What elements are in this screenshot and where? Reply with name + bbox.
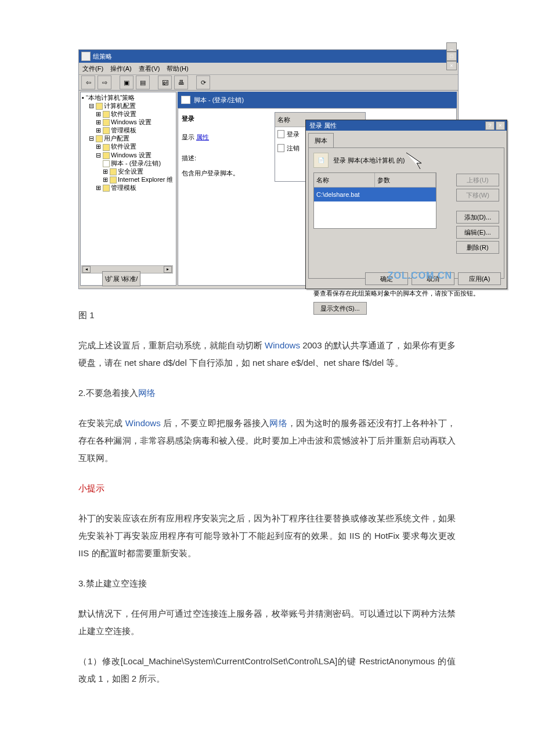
dialog-help-button[interactable]: ?: [485, 121, 495, 130]
forward-button[interactable]: ⇨: [98, 75, 111, 89]
file-icon: [277, 130, 284, 138]
window-sysbuttons: _ □ ×: [446, 42, 457, 70]
paragraph-5: 3.禁止建立空连接: [78, 575, 456, 592]
tree-item[interactable]: ⊟ Windows 设置 脚本 - (登录/注销) ⊞ 安全设置 ⊞ Inter…: [96, 151, 175, 183]
detail-title: 脚本 - (登录/注销): [194, 93, 244, 106]
menu-action[interactable]: 操作(A): [110, 62, 132, 75]
script-icon: [181, 96, 190, 104]
window-title: 组策略: [93, 50, 112, 63]
col-name: 名称: [314, 173, 375, 187]
tree-item[interactable]: ⊟ 计算机配置 ⊞ 软件设置 ⊞ Windows 设置 ⊞ 管理模板: [89, 102, 175, 134]
tip-label: 小提示: [78, 480, 456, 497]
paragraph-2: 2.不要急着接入网络: [78, 384, 456, 402]
paragraph-4: 补丁的安装应该在所有应用程序安装完之后，因为补丁程序往往要替换或修改某些系统文件…: [78, 510, 456, 562]
move-up-button[interactable]: 上移(U): [456, 174, 499, 186]
back-button[interactable]: ⇦: [81, 75, 95, 89]
col-param: 参数: [375, 173, 436, 187]
script-listview: 名称 参数 C:\delshare.bat: [313, 172, 436, 229]
script-large-icon: 📄: [313, 153, 329, 168]
show-files-button[interactable]: 显示文件(S)...: [313, 302, 367, 315]
window-titlebar: 组策略 _ □ ×: [79, 50, 458, 63]
screenshot-window: 组策略 _ □ × 文件(F) 操作(A) 查看(V) 帮助(H) ⇦ ⇨ ▣ …: [78, 49, 459, 289]
close-button[interactable]: ×: [446, 61, 457, 70]
tree-item[interactable]: ⊞ 软件设置: [96, 142, 175, 150]
paragraph-1: 完成上述设置后，重新启动系统，就能自动切断 Windows 2003 的默认共享…: [78, 337, 456, 372]
export-button[interactable]: 🖶: [174, 75, 188, 89]
caption-figure1: 图 1: [78, 307, 456, 324]
dialog-title: 登录 属性: [309, 119, 337, 132]
tree-item[interactable]: ⊞ 软件设置: [96, 110, 175, 118]
tree-pane: ▪ “本地计算机”策略 ⊟ 计算机配置 ⊞ 软件设置 ⊞ Windows 设置 …: [80, 92, 176, 286]
list-header-row: 名称 参数: [314, 173, 436, 188]
edit-button[interactable]: 编辑(E)...: [456, 226, 499, 239]
link-windows[interactable]: Windows: [125, 418, 161, 428]
add-button[interactable]: 添加(D)...: [456, 211, 499, 224]
properties-link[interactable]: 属性: [196, 134, 209, 141]
properties-dialog: 登录 属性 ? × 脚本 📄 登录 脚本(本地计算机 的): [305, 120, 507, 289]
scroll-right-icon[interactable]: ▸: [164, 266, 172, 273]
menu-file[interactable]: 文件(F): [82, 62, 103, 75]
app-icon: [81, 52, 91, 61]
up-button[interactable]: ▣: [120, 75, 134, 89]
refresh-button[interactable]: ⟳: [196, 75, 210, 89]
dialog-titlebar: 登录 属性 ? ×: [306, 120, 507, 131]
menu-help[interactable]: 帮助(H): [167, 62, 188, 75]
dialog-note: 要查看保存在此组策略对象中的脚本文件，请按下面按钮。: [313, 287, 499, 300]
link-network[interactable]: 网络: [138, 388, 156, 398]
maximize-button[interactable]: □: [446, 52, 457, 61]
toolbar: ⇦ ⇨ ▣ ▤ 🗟 🖶 ⟳: [79, 75, 458, 91]
tree-tabs[interactable]: \扩展 \标准/: [102, 271, 140, 286]
dialog-heading: 登录 脚本(本地计算机 的): [333, 154, 405, 167]
cursor-arrow-icon: [405, 152, 423, 169]
menu-view[interactable]: 查看(V): [139, 62, 160, 75]
desc-text: 包含用户登录脚本。: [182, 167, 246, 179]
paragraph-6: 默认情况下，任何用户可通过空连接连上服务器，枚举账号并猜测密码。可以通过以下两种…: [78, 605, 456, 640]
remove-button[interactable]: 删除(R): [456, 241, 499, 254]
tree-item[interactable]: ⊞ Internet Explorer 维: [103, 175, 175, 183]
show-row: 显示 属性: [182, 131, 246, 143]
link-windows[interactable]: Windows: [265, 340, 300, 350]
apply-button[interactable]: 应用(A): [458, 272, 501, 285]
tree-item[interactable]: ⊞ Windows 设置: [96, 118, 175, 126]
paragraph-3: 在安装完成 Windows 后，不要立即把服务器接入网络，因为这时的服务器还没有…: [78, 415, 456, 467]
tree-item[interactable]: ⊞ 管理模板: [96, 183, 175, 192]
tab-script[interactable]: 脚本: [308, 133, 334, 147]
detail-header: 脚本 - (登录/注销): [178, 92, 457, 108]
paragraph-7: （1）修改[Local_Machine\System\CurrentContro…: [78, 653, 456, 687]
watermark-logo: ZOL.COM.CN: [388, 267, 452, 285]
tree-item[interactable]: ⊞ 管理模板: [96, 126, 175, 134]
link-network[interactable]: 网络: [269, 418, 287, 428]
menubar: 文件(F) 操作(A) 查看(V) 帮助(H): [79, 63, 458, 75]
file-icon: [277, 144, 284, 152]
tree-item-selected[interactable]: 脚本 - (登录/注销): [103, 159, 175, 167]
dialog-close-button[interactable]: ×: [496, 121, 505, 130]
list-button[interactable]: ▤: [136, 75, 150, 89]
properties-button[interactable]: 🗟: [158, 75, 172, 89]
scroll-left-icon[interactable]: ◂: [82, 266, 91, 273]
move-down-button[interactable]: 下移(W): [456, 189, 499, 201]
minimize-button[interactable]: _: [446, 42, 457, 52]
tree-item[interactable]: ⊞ 安全设置: [103, 167, 175, 175]
login-label: 登录: [182, 112, 246, 125]
tree-root[interactable]: ▪ “本地计算机”策略 ⊟ 计算机配置 ⊞ 软件设置 ⊞ Windows 设置 …: [82, 93, 175, 192]
script-row[interactable]: C:\delshare.bat: [314, 188, 436, 201]
tree-item[interactable]: ⊟ 用户配置 ⊞ 软件设置 ⊟ Windows 设置 脚本 - (登录/注销) …: [89, 134, 175, 192]
desc-label: 描述:: [182, 152, 246, 164]
